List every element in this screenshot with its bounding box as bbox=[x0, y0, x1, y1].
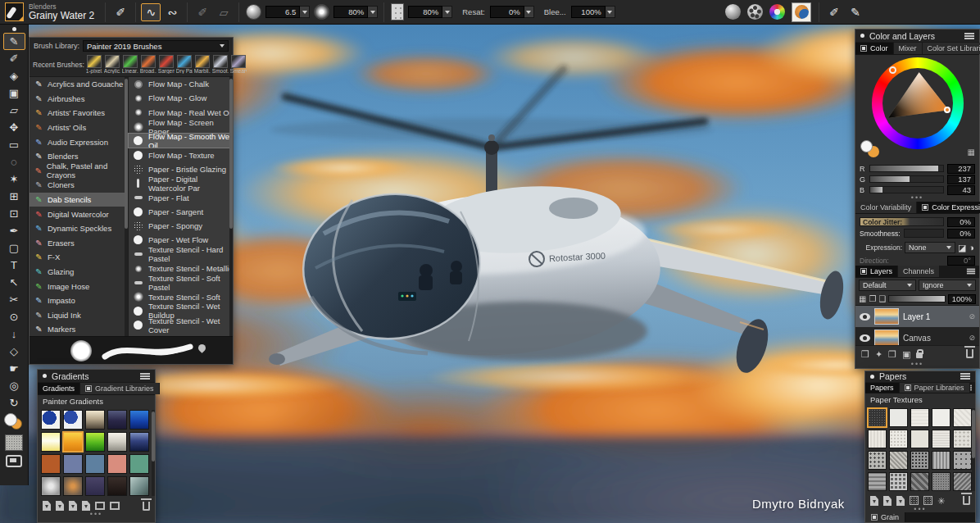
two-point[interactable] bbox=[41, 410, 61, 430]
tab-papers[interactable]: Papers bbox=[865, 383, 900, 393]
resat-dropdown[interactable] bbox=[524, 6, 534, 18]
paper-color-tool[interactable]: ▣ bbox=[3, 84, 25, 102]
tabs-menu-icon[interactable] bbox=[970, 385, 972, 391]
channel-slider[interactable] bbox=[869, 165, 944, 172]
channel-slider[interactable] bbox=[869, 175, 944, 183]
panel-resize-dots[interactable]: ••• bbox=[865, 507, 975, 512]
steel-blue[interactable] bbox=[85, 454, 105, 474]
panel-menu-icon[interactable] bbox=[140, 373, 150, 380]
brush-library-dropdown[interactable]: Painter 2019 Brushes bbox=[83, 40, 229, 52]
capture-paper-icon[interactable] bbox=[910, 496, 919, 505]
brush-category-item[interactable]: ✎ Image Hose bbox=[29, 279, 128, 293]
pebble[interactable] bbox=[889, 430, 908, 448]
hue-ring[interactable] bbox=[872, 57, 964, 149]
tab-color-variability[interactable]: Color Variability bbox=[855, 202, 917, 213]
tab-grain[interactable]: Grain bbox=[865, 512, 905, 522]
toolbox-drag-handle[interactable] bbox=[12, 27, 16, 31]
mixer-toggle-button[interactable] bbox=[792, 2, 811, 22]
grain-dropdown[interactable] bbox=[442, 6, 452, 18]
coarse-dot[interactable] bbox=[910, 451, 929, 470]
recent-brush[interactable]: Smoot... bbox=[212, 55, 229, 74]
grabber-hand-tool[interactable]: ☛ bbox=[3, 360, 25, 377]
speckle[interactable] bbox=[932, 472, 951, 491]
tab-paper-libraries[interactable]: Paper Libraries bbox=[900, 383, 970, 393]
make-paper-icon[interactable] bbox=[923, 496, 932, 505]
panel-menu-icon[interactable] bbox=[964, 33, 974, 39]
preserve-transparency-icon[interactable]: ▦ bbox=[859, 295, 866, 303]
expression-flag-icon[interactable]: ◪ bbox=[958, 243, 966, 253]
lasso-tool[interactable]: ◌ bbox=[3, 153, 25, 171]
paper-export-icon[interactable] bbox=[896, 496, 905, 506]
channel-slider[interactable] bbox=[869, 186, 944, 193]
bleed-value[interactable]: 100% bbox=[571, 6, 606, 18]
tab-mixer[interactable]: Mixer bbox=[894, 43, 923, 54]
recent-brush[interactable]: 1-pixel... bbox=[86, 55, 102, 74]
view-mode-button[interactable] bbox=[6, 455, 22, 467]
beige[interactable] bbox=[85, 410, 105, 430]
deep-blue[interactable] bbox=[129, 410, 149, 430]
category-scrollbar[interactable] bbox=[125, 77, 128, 336]
burlap[interactable] bbox=[910, 472, 929, 491]
diag-fiber[interactable] bbox=[953, 408, 972, 427]
tab-gradients[interactable]: Gradients bbox=[38, 383, 80, 394]
layer-visibility-icon[interactable] bbox=[860, 313, 870, 321]
night-purple[interactable] bbox=[107, 410, 127, 430]
brush-category-item[interactable]: ✎ Erasers bbox=[29, 236, 128, 251]
dropper-tool[interactable]: ✐ bbox=[3, 50, 25, 67]
paper-selector-swatch[interactable] bbox=[5, 434, 23, 451]
panel-drag-dot[interactable] bbox=[43, 374, 47, 378]
divine-proportion-tool[interactable]: ↓ bbox=[3, 325, 25, 343]
shape-selection-tool[interactable]: ↖ bbox=[3, 274, 25, 291]
depth-mode-dropdown[interactable]: Ignore bbox=[919, 280, 976, 291]
brush-variant-item[interactable]: Paper - Flat bbox=[129, 190, 233, 204]
brush-category-item[interactable]: ✎ Airbrushes bbox=[29, 92, 128, 107]
layer-link-icon[interactable]: ❑ bbox=[878, 295, 886, 303]
grain-value[interactable]: 80% bbox=[408, 6, 442, 18]
hot-press[interactable] bbox=[932, 408, 951, 427]
brush-category-item[interactable]: ✎ Dab Stencils bbox=[29, 193, 128, 207]
brush-category-item[interactable]: ✎ Digital Watercolor bbox=[29, 207, 128, 221]
slate-blue[interactable] bbox=[63, 454, 83, 474]
brush-variant-item[interactable]: Flow Map - Smooth Wet Oil bbox=[129, 134, 233, 148]
gradient-save-icon[interactable] bbox=[82, 501, 90, 511]
shape-edit-tool[interactable]: ⊙ bbox=[3, 308, 25, 325]
expression-audio-icon[interactable]: ◑ bbox=[969, 243, 974, 252]
stripe-rough[interactable] bbox=[868, 472, 887, 491]
brush-tool[interactable]: ✎ bbox=[3, 33, 25, 50]
recent-brush[interactable]: Broad... bbox=[140, 55, 157, 74]
tabs-menu-icon[interactable] bbox=[967, 269, 975, 275]
gray-radial[interactable] bbox=[41, 476, 61, 496]
tab-channels[interactable]: Channels bbox=[898, 266, 940, 277]
perspective-grid-tool[interactable]: ◇ bbox=[3, 343, 25, 360]
text-tool[interactable]: T bbox=[3, 257, 25, 274]
brush-variant-item[interactable]: Texture Stencil - Hard Pastel bbox=[129, 248, 233, 262]
brush-category-item[interactable]: ✎ Dynamic Speckles bbox=[29, 221, 128, 236]
Layer 1[interactable]: Layer 1 ⊘ bbox=[855, 306, 979, 327]
channel-value[interactable]: 137 bbox=[947, 175, 975, 184]
brush-variant-item[interactable]: Texture Stencil - Soft Pastel bbox=[129, 275, 233, 289]
brush-category-item[interactable]: ✎ Glazing bbox=[29, 265, 128, 280]
rotate-page-tool[interactable]: ↻ bbox=[3, 394, 25, 412]
rust[interactable] bbox=[41, 454, 61, 474]
tab-color-set-libraries[interactable]: Color Set Libraries bbox=[923, 43, 980, 54]
bubble[interactable] bbox=[889, 472, 908, 491]
panel-resize-dots[interactable]: ••• bbox=[855, 362, 979, 368]
scissors-tool[interactable]: ✂ bbox=[3, 291, 25, 308]
rect-shape-tool[interactable]: ▢ bbox=[3, 239, 25, 257]
paper-scrollbar[interactable] bbox=[972, 408, 975, 491]
color-jitter-value[interactable]: 0% bbox=[947, 217, 975, 227]
resat-control[interactable]: 0% bbox=[490, 6, 534, 18]
panel-drag-dot[interactable] bbox=[870, 375, 874, 379]
fine-line[interactable] bbox=[932, 430, 951, 448]
brush-category-item[interactable]: ✎ Artists' Oils bbox=[29, 121, 128, 135]
group-layers-icon[interactable]: ❐ bbox=[888, 350, 896, 358]
color-wheel-toggle-button[interactable] bbox=[769, 4, 785, 20]
color-jitter-slider[interactable]: Color Jitter: bbox=[860, 217, 944, 226]
brush-category-item[interactable]: ✎ F-X bbox=[29, 250, 128, 265]
magic-wand-tool[interactable]: ✶ bbox=[3, 171, 25, 188]
main-additional-color-swatch[interactable] bbox=[3, 413, 25, 431]
brush-ghost-button[interactable]: ✐ bbox=[824, 3, 844, 21]
enhanced-ghost-button[interactable]: ✎ bbox=[846, 3, 865, 21]
dynamic-plugins-icon[interactable]: ✦ bbox=[875, 350, 882, 358]
cross-hatch[interactable] bbox=[953, 472, 972, 491]
